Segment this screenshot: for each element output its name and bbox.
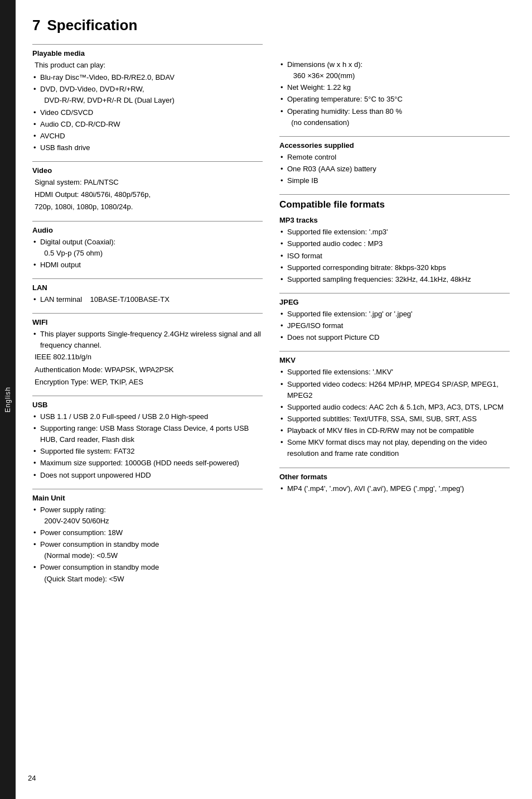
list-item: Supported file system: FAT32 bbox=[32, 446, 263, 457]
list-item: ISO format bbox=[279, 251, 510, 262]
video-line1: Signal system: PAL/NTSC bbox=[32, 177, 263, 188]
list-item: Supported subtitles: Text/UTF8, SSA, SMI… bbox=[279, 413, 510, 425]
video-line2: HDMI Output: 480i/576i, 480p/576p, bbox=[32, 189, 263, 200]
other-formats-list: MP4 ('.mp4', '.mov'), AVI ('.avi'), MPEG… bbox=[279, 483, 510, 494]
compatible-formats-title: Compatible file formats bbox=[279, 199, 510, 210]
list-item: Operating temperature: 5°C to 35°C bbox=[279, 94, 510, 105]
list-item: Net Weight: 1.22 kg bbox=[279, 82, 510, 93]
other-formats-title: Other formats bbox=[279, 473, 510, 481]
list-item: Supported audio codec : MP3 bbox=[279, 238, 510, 249]
list-item: Does not support unpowered HDD bbox=[32, 470, 263, 481]
playable-media-title: Playable media bbox=[32, 49, 263, 57]
accessories-list: Remote control One R03 (AAA size) batter… bbox=[279, 152, 510, 186]
wifi-list: This player supports Single-frequency 2.… bbox=[32, 329, 263, 351]
list-item: Simple IB bbox=[279, 175, 510, 186]
accessories-body: Remote control One R03 (AAA size) batter… bbox=[279, 152, 510, 186]
jpeg-title: JPEG bbox=[279, 298, 510, 306]
wifi-line3: Encryption Type: WEP, TKIP, AES bbox=[32, 377, 263, 388]
list-item: Blu-ray Disc™-Video, BD-R/RE2.0, BDAV bbox=[32, 72, 263, 83]
main-unit-title: Main Unit bbox=[32, 494, 263, 502]
section-wifi: WIFI This player supports Single-frequen… bbox=[32, 313, 263, 388]
wifi-body: This player supports Single-frequency 2.… bbox=[32, 329, 263, 388]
list-item: HDMI output bbox=[32, 259, 263, 271]
list-item: USB flash drive bbox=[32, 142, 263, 153]
list-item: Some MKV format discs may not play, depe… bbox=[279, 437, 510, 459]
left-column: Playable media This product can play: Bl… bbox=[32, 44, 263, 593]
main-unit-body: Power supply rating: 200V-240V 50/60Hz P… bbox=[32, 504, 263, 585]
section-general-specs: Dimensions (w x h x d): 360 ×36× 200(mm)… bbox=[279, 44, 510, 128]
chapter-number: 7 bbox=[32, 17, 40, 34]
list-item-standby-normal: Power consumption in standby mode (Norma… bbox=[32, 539, 263, 561]
list-item: Supported file extensions: '.MKV' bbox=[279, 367, 510, 378]
mkv-list: Supported file extensions: '.MKV' Suppor… bbox=[279, 367, 510, 459]
section-mkv: MKV Supported file extensions: '.MKV' Su… bbox=[279, 351, 510, 459]
section-playable-media: Playable media This product can play: Bl… bbox=[32, 44, 263, 153]
list-item: LAN terminal 10BASE-T/100BASE-TX bbox=[32, 294, 263, 305]
list-item: Playback of MKV files in CD-R/RW may not… bbox=[279, 425, 510, 436]
section-usb: USB USB 1.1 / USB 2.0 Full-speed / USB 2… bbox=[32, 396, 263, 481]
section-jpeg: JPEG Supported file extension: '.jpg' or… bbox=[279, 293, 510, 343]
lan-body: LAN terminal 10BASE-T/100BASE-TX bbox=[32, 294, 263, 305]
main-unit-list: Power supply rating: 200V-240V 50/60Hz P… bbox=[32, 504, 263, 585]
list-item: Digital output (Coaxial): 0.5 Vp-p (75 o… bbox=[32, 237, 263, 259]
lan-list: LAN terminal 10BASE-T/100BASE-TX bbox=[32, 294, 263, 305]
list-item: MP4 ('.mp4', '.mov'), AVI ('.avi'), MPEG… bbox=[279, 483, 510, 494]
two-column-layout: Playable media This product can play: Bl… bbox=[32, 44, 510, 593]
lan-title: LAN bbox=[32, 283, 263, 292]
general-specs-body: Dimensions (w x h x d): 360 ×36× 200(mm)… bbox=[279, 59, 510, 128]
mp3-body: Supported file extension: '.mp3' Support… bbox=[279, 227, 510, 285]
audio-title: Audio bbox=[32, 226, 263, 234]
page-title: 7 Specification bbox=[32, 17, 510, 34]
list-item: Supported file extension: '.jpg' or '.jp… bbox=[279, 309, 510, 320]
list-item-standby-quick: Power consumption in standby mode (Quick… bbox=[32, 562, 263, 584]
list-item: Power supply rating: 200V-240V 50/60Hz bbox=[32, 504, 263, 527]
audio-body: Digital output (Coaxial): 0.5 Vp-p (75 o… bbox=[32, 237, 263, 271]
list-item: Operating humidity: Less than 80 % (no c… bbox=[279, 106, 510, 128]
mp3-title: MP3 tracks bbox=[279, 216, 510, 224]
list-item: Dimensions (w x h x d): 360 ×36× 200(mm) bbox=[279, 59, 510, 81]
section-other-formats: Other formats MP4 ('.mp4', '.mov'), AVI … bbox=[279, 468, 510, 494]
mp3-list: Supported file extension: '.mp3' Support… bbox=[279, 227, 510, 285]
playable-media-body: This product can play: Blu-ray Disc™-Vid… bbox=[32, 60, 263, 153]
title-text: Specification bbox=[47, 17, 137, 34]
list-item: Audio CD, CD-R/CD-RW bbox=[32, 119, 263, 130]
list-item: Supported sampling frequencies: 32kHz, 4… bbox=[279, 274, 510, 285]
playable-media-list: Blu-ray Disc™-Video, BD-R/RE2.0, BDAV DV… bbox=[32, 72, 263, 153]
general-specs-list: Dimensions (w x h x d): 360 ×36× 200(mm)… bbox=[279, 59, 510, 128]
section-video: Video Signal system: PAL/NTSC HDMI Outpu… bbox=[32, 161, 263, 213]
list-item: Supported audio codecs: AAC 2ch & 5.1ch,… bbox=[279, 402, 510, 413]
list-item: JPEG/ISO format bbox=[279, 320, 510, 331]
list-item: One R03 (AAA size) battery bbox=[279, 163, 510, 175]
jpeg-list: Supported file extension: '.jpg' or '.jp… bbox=[279, 309, 510, 343]
mkv-title: MKV bbox=[279, 356, 510, 364]
list-item: AVCHD bbox=[32, 131, 263, 142]
section-compatible-formats: Compatible file formats MP3 tracks Suppo… bbox=[279, 194, 510, 494]
playable-media-intro: This product can play: bbox=[32, 60, 263, 71]
video-line3: 720p, 1080i, 1080p, 1080/24p. bbox=[32, 201, 263, 213]
usb-list: USB 1.1 / USB 2.0 Full-speed / USB 2.0 H… bbox=[32, 411, 263, 481]
wifi-title: WIFI bbox=[32, 318, 263, 326]
list-item: Power consumption: 18W bbox=[32, 527, 263, 538]
section-main-unit: Main Unit Power supply rating: 200V-240V… bbox=[32, 489, 263, 585]
usb-body: USB 1.1 / USB 2.0 Full-speed / USB 2.0 H… bbox=[32, 411, 263, 481]
section-accessories: Accessories supplied Remote control One … bbox=[279, 136, 510, 186]
right-column: Dimensions (w x h x d): 360 ×36× 200(mm)… bbox=[279, 44, 510, 593]
section-mp3: MP3 tracks Supported file extension: '.m… bbox=[279, 216, 510, 285]
section-audio: Audio Digital output (Coaxial): 0.5 Vp-p… bbox=[32, 221, 263, 271]
mkv-body: Supported file extensions: '.MKV' Suppor… bbox=[279, 367, 510, 459]
sidebar-label: English bbox=[4, 387, 12, 412]
list-item: Supported video codecs: H264 MP/HP, MPEG… bbox=[279, 379, 510, 401]
wifi-line1: IEEE 802.11b/g/n bbox=[32, 352, 263, 363]
video-body: Signal system: PAL/NTSC HDMI Output: 480… bbox=[32, 177, 263, 213]
sidebar: English bbox=[0, 0, 16, 799]
list-item: Remote control bbox=[279, 152, 510, 163]
list-item: Does not support Picture CD bbox=[279, 332, 510, 343]
list-item: Maximum size supported: 1000GB (HDD need… bbox=[32, 458, 263, 469]
usb-title: USB bbox=[32, 401, 263, 409]
list-item: Video CD/SVCD bbox=[32, 107, 263, 118]
jpeg-body: Supported file extension: '.jpg' or '.jp… bbox=[279, 309, 510, 343]
page-content: 7 Specification Playable media This prod… bbox=[16, 0, 532, 799]
accessories-title: Accessories supplied bbox=[279, 141, 510, 150]
other-formats-body: MP4 ('.mp4', '.mov'), AVI ('.avi'), MPEG… bbox=[279, 483, 510, 494]
section-lan: LAN LAN terminal 10BASE-T/100BASE-TX bbox=[32, 278, 263, 305]
